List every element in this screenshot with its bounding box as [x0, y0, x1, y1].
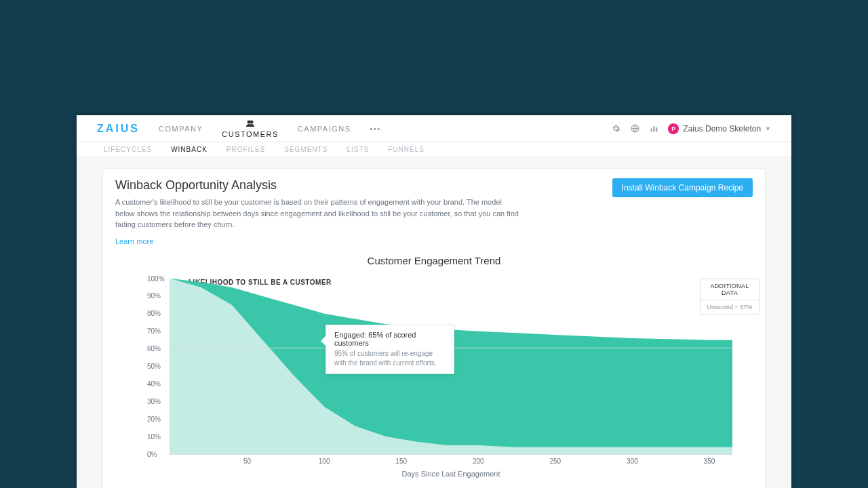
- subnav-lists[interactable]: LISTS: [347, 146, 369, 153]
- customers-icon: [245, 119, 255, 129]
- chart-wrap: LIKELIHOOD TO STILL BE A CUSTOMER ADDITI…: [115, 279, 753, 478]
- x-tick: 150: [395, 458, 407, 465]
- top-nav-left: ZAIUS COMPANY CUSTOMERS CAMPAIGNS •••: [97, 119, 381, 138]
- chart-plot-area: 0%10%20%30%40%50%60%70%80%90%100%5010015…: [170, 279, 732, 455]
- content-card: Winback Opportunity Analysis A customer'…: [102, 168, 766, 488]
- x-tick: 200: [473, 458, 484, 465]
- nav-label: COMPANY: [159, 125, 203, 133]
- y-tick: 0%: [147, 450, 157, 458]
- y-tick: 10%: [147, 432, 161, 440]
- y-tick: 100%: [147, 274, 165, 282]
- y-tick: 20%: [147, 415, 161, 422]
- subnav-profiles[interactable]: PROFILES: [226, 146, 265, 153]
- app-window: ZAIUS COMPANY CUSTOMERS CAMPAIGNS •••: [77, 115, 791, 488]
- svg-point-1: [250, 120, 254, 123]
- user-menu[interactable]: P Zaius Demo Skeleton ▼: [668, 123, 771, 134]
- y-tick: 70%: [147, 327, 161, 335]
- svg-rect-4: [653, 126, 654, 131]
- bar-chart-icon[interactable]: [649, 124, 658, 134]
- learn-more-link[interactable]: Learn more: [115, 237, 153, 245]
- nav-label: CUSTOMERS: [222, 130, 279, 138]
- y-tick: 90%: [147, 292, 161, 300]
- chart-tooltip: Engaged: 65% of scored customers 95% of …: [326, 325, 454, 374]
- user-name: Zaius Demo Skeleton: [683, 124, 761, 134]
- tooltip-title: Engaged: 65% of scored customers: [334, 331, 446, 347]
- x-tick: 300: [627, 458, 638, 465]
- avatar: P: [668, 123, 679, 134]
- subnav-lifecycles[interactable]: LIFECYCLES: [104, 146, 152, 153]
- subnav-segments[interactable]: SEGMENTS: [284, 146, 328, 153]
- svg-rect-5: [656, 127, 657, 132]
- page-title: Winback Opportunity Analysis: [115, 178, 522, 192]
- brand-logo[interactable]: ZAIUS: [97, 123, 140, 135]
- gear-icon[interactable]: [611, 124, 620, 134]
- nav-customers[interactable]: CUSTOMERS: [222, 119, 279, 138]
- nav-label: CAMPAIGNS: [298, 125, 351, 133]
- card-header-left: Winback Opportunity Analysis A customer'…: [115, 178, 522, 247]
- nav-more[interactable]: •••: [370, 125, 381, 133]
- globe-icon[interactable]: [630, 124, 639, 134]
- more-icon: •••: [370, 125, 381, 133]
- nav-campaigns[interactable]: CAMPAIGNS: [298, 125, 351, 133]
- chevron-down-icon: ▼: [765, 125, 771, 132]
- page-description: A customer's likelihood to still be your…: [115, 197, 522, 230]
- x-axis-label: Days Since Last Engagement: [170, 470, 732, 478]
- x-tick: 50: [243, 458, 251, 465]
- y-tick: 30%: [147, 397, 161, 405]
- subnav-funnels[interactable]: FUNNELS: [388, 146, 425, 153]
- y-tick: 50%: [147, 363, 161, 370]
- chart-title: Customer Engagement Trend: [115, 255, 753, 266]
- tooltip-body: 95% of customers will re-engage with the…: [334, 349, 446, 368]
- x-tick: 250: [549, 458, 561, 465]
- svg-rect-3: [650, 129, 652, 132]
- x-tick: 350: [704, 458, 715, 465]
- y-tick: 60%: [147, 345, 161, 352]
- x-tick: 100: [319, 458, 330, 465]
- sub-nav: LIFECYCLES WINBACK PROFILES SEGMENTS LIS…: [77, 142, 791, 157]
- install-recipe-button[interactable]: Install Winback Campaign Recipe: [612, 178, 753, 197]
- y-tick: 40%: [147, 380, 161, 387]
- subnav-winback[interactable]: WINBACK: [171, 146, 208, 153]
- top-nav: ZAIUS COMPANY CUSTOMERS CAMPAIGNS •••: [77, 115, 791, 142]
- nav-company[interactable]: COMPANY: [159, 125, 203, 133]
- top-nav-right: P Zaius Demo Skeleton ▼: [611, 123, 771, 134]
- y-tick: 80%: [147, 310, 161, 317]
- card-header: Winback Opportunity Analysis A customer'…: [115, 178, 753, 247]
